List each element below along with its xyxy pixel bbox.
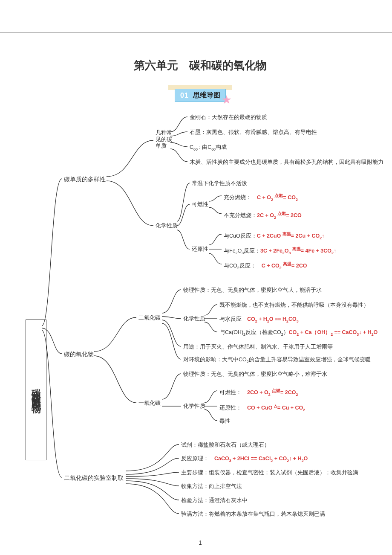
document-page: 第六单元 碳和碳的氧化物 01 思维导图 ★ 碳和碳的氧化物 xyxy=(0,32,392,555)
node-carbon-oxides: 碳的氧化物 xyxy=(64,351,94,358)
badge-number: 01 xyxy=(180,92,189,99)
node-chem-prop-c: 化学性质 xyxy=(156,223,178,230)
leaf-full-burn: 充分燃烧： C + O2 点燃= CO2 xyxy=(224,193,298,202)
section-badge: 01 思维导图 ★ xyxy=(26,85,375,102)
leaf-co2-caoh: 与Ca(OH)2反应（检验CO2）CO2 + Ca（OH）2 == CaCO3↓… xyxy=(219,329,378,337)
leaf-co2-react: 与CO2反应： C + CO2 高温= 2CO xyxy=(224,261,307,270)
node-co2-lab: 二氧化碳的实验室制取 xyxy=(64,474,124,482)
leaf-collect: 收集方法：向上排空气法 xyxy=(181,483,242,490)
leaf-c60: C60 : 由C60构成 xyxy=(190,144,227,152)
node-co2-chem: 化学性质 xyxy=(183,316,205,323)
leaf-co2-phys: 物理性质：无色、无臭的气体，密度比空气大，能溶于水 xyxy=(183,287,322,293)
star-icon: ★ xyxy=(222,94,231,106)
mindmap-diagram: 碳和碳的氧化物 xyxy=(26,113,375,522)
leaf-co2-notburn: 既不能燃烧，也不支持燃烧，不能供给呼吸（本身没有毒性） xyxy=(219,302,369,308)
leaf-co2-env: 对环境的影响：大气中CO2的含量上升容易导致温室效应增强，全球气候变暖 xyxy=(183,356,371,364)
leaf-inactive: 常温下化学性质不活泼 xyxy=(192,180,247,187)
leaf-test: 检验方法：通澄清石灰水中 xyxy=(181,497,248,504)
node-reduce: 还原性 xyxy=(192,246,208,253)
leaf-co-burn: 可燃性： 2CO + O2 点燃= 2CO2 xyxy=(219,388,298,397)
leaf-charcoal: 木炭、活性炭的主要成分也是碳单质，具有疏松多孔的结构，因此具有吸附能力 xyxy=(190,159,383,166)
leaf-fe2o3: 与Fe2O3反应：3C + 2Fe2O3 高温= 4Fe + 3CO2↑ xyxy=(224,246,336,256)
mindmap-root: 碳和碳的氧化物 xyxy=(26,320,46,460)
leaf-graphite: 石墨：灰黑色、很软、有滑腻感、熔点高、有导电性 xyxy=(190,129,317,136)
node-carbon-simple: 碳单质的多样性 xyxy=(64,176,106,183)
page-title: 第六单元 碳和碳的氧化物 xyxy=(26,58,375,73)
badge-text: 思维导图 xyxy=(193,91,220,100)
leaf-reagent: 试剂：稀盐酸和石灰石（或大理石） xyxy=(181,442,270,448)
page-number: 1 xyxy=(26,539,375,546)
leaf-co-toxic: 毒性 xyxy=(219,418,231,424)
leaf-partial-burn: 不充分燃烧：2C + O2 点燃= 2CO xyxy=(224,211,302,220)
leaf-cuo: 与CuO反应：C + 2CuO 高温= 2Cu + CO2↑ xyxy=(224,231,324,241)
node-simple-forms: 几种常见的碳单质 xyxy=(156,130,172,150)
node-combustible: 可燃性 xyxy=(192,201,208,208)
node-co: 一氧化碳 xyxy=(138,400,161,407)
node-co-chem: 化学性质 xyxy=(183,403,205,410)
leaf-co-phys: 物理性质：无色、无臭的气体，密度比空气略小，难溶于水 xyxy=(183,371,327,378)
leaf-full: 验满方法：将燃着的木条放在集气瓶口，若木条熄灭则已满 xyxy=(181,511,325,517)
node-co2: 二氧化碳 xyxy=(138,315,161,322)
leaf-co-reduce: 还原性： CO + CuO △= Cu + CO2 xyxy=(219,403,305,413)
leaf-co2-use: 用途：用于灭火、作气体肥料、制汽水、干冰用于人工增雨等 xyxy=(183,343,333,350)
leaf-steps: 主要步骤：组装仪器，检查气密性；装入试剂（先固后液）；收集并验满 xyxy=(181,469,358,476)
leaf-principle: 反应原理： CaCO3 + 2HCl == CaCl2 + CO2↑ + H2O xyxy=(181,455,308,463)
leaf-co2-water: 与水反应 CO2 + H2O == H2CO3 xyxy=(219,316,299,324)
leaf-diamond: 金刚石：天然存在的最硬的物质 xyxy=(190,114,267,121)
